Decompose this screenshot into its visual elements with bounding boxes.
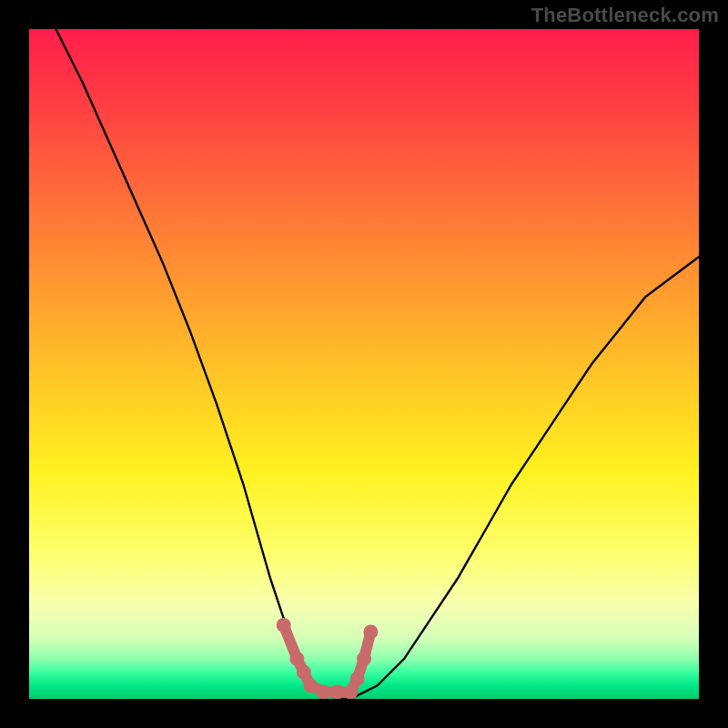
optimal-marker [297, 665, 311, 680]
optimal-marker [330, 685, 345, 699]
optimal-marker [343, 685, 358, 699]
optimal-marker [363, 624, 378, 639]
optimal-marker [277, 618, 291, 632]
bottleneck-curve [56, 29, 699, 699]
optimal-marker [350, 672, 365, 686]
curve-layer [29, 29, 699, 699]
plot-area [29, 29, 699, 699]
optimal-range-markers [277, 618, 379, 699]
optimal-marker [303, 678, 318, 693]
optimal-marker [357, 652, 371, 666]
optimal-marker [317, 685, 331, 699]
optimal-marker [289, 652, 304, 666]
watermark-text: TheBottleneck.com [531, 4, 719, 27]
chart-frame: TheBottleneck.com [0, 0, 728, 728]
